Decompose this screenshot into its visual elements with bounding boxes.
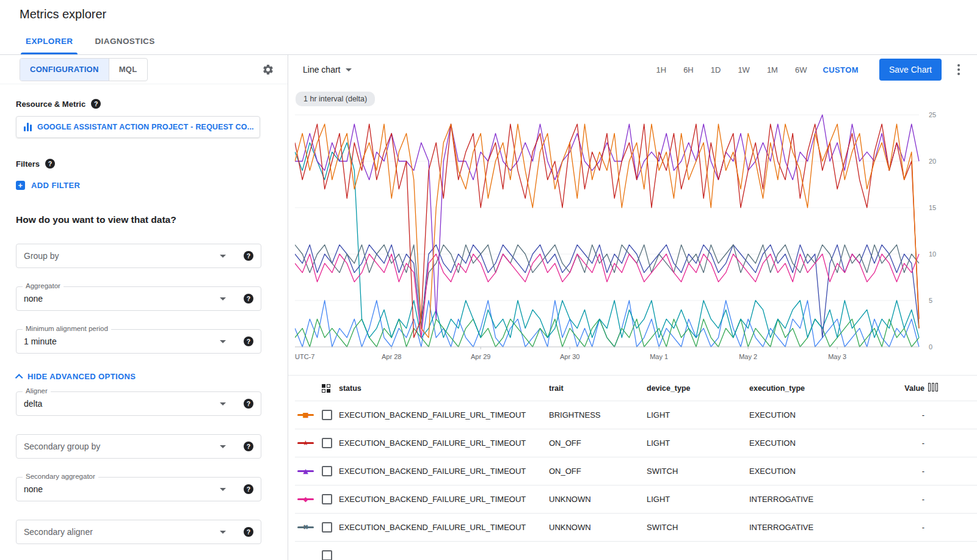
y-axis-label: 10 [929, 250, 936, 258]
dropdown-secondary-aggregator[interactable]: Secondary aggregatornone? [16, 477, 261, 501]
value-cell: - [899, 410, 928, 420]
chevron-up-icon [15, 374, 23, 382]
add-filter-button[interactable]: + ADD FILTER [16, 181, 272, 190]
help-icon[interactable]: ? [244, 294, 253, 304]
status-cell: EXECUTION_BACKEND_FAILURE_URL_TIMEOUT [339, 523, 549, 532]
time-range-1h[interactable]: 1H [656, 65, 667, 75]
chart-panel: Line chart 1H6H1D1W1M6W CUSTOM Save Char… [288, 55, 977, 560]
x-axis-label: May 1 [650, 353, 668, 360]
chevron-down-icon [220, 255, 226, 258]
chevron-down-icon [220, 402, 226, 405]
execution-type-cell: INTERROGATIVE [749, 523, 899, 532]
page-title: Metrics explorer [20, 7, 106, 21]
line-chart[interactable]: 0510152025UTC-7Apr 28Apr 29Apr 30May 1Ma… [295, 110, 977, 366]
column-settings-icon[interactable] [928, 383, 938, 391]
settings-gear-icon[interactable] [262, 64, 274, 76]
help-icon[interactable]: ? [244, 484, 253, 494]
chevron-down-icon [220, 531, 226, 534]
tab-diagnostics[interactable]: DIAGNOSTICS [84, 28, 165, 54]
table-row[interactable]: ■EXECUTION_BACKEND_FAILURE_URL_TIMEOUTBR… [295, 401, 977, 429]
table-row[interactable] [295, 542, 977, 560]
field-label: Aligner [23, 387, 51, 395]
dropdown-secondary-group-by[interactable]: Secondary group by? [16, 434, 261, 459]
trait-cell: ON_OFF [549, 467, 647, 476]
execution-type-cell: EXECUTION [749, 467, 899, 476]
series-marker-icon: ✖ [297, 523, 314, 532]
column-header-execution-type: execution_type [749, 384, 899, 393]
field-value: none [24, 294, 220, 304]
device-type-cell: SWITCH [647, 467, 749, 476]
x-axis-label: Apr 29 [471, 353, 490, 360]
y-axis-label: 15 [929, 204, 936, 211]
dropdown-aggregator[interactable]: Aggregatornone? [16, 286, 261, 311]
field-label: Secondary aggregator [23, 473, 98, 480]
chart-type-select[interactable]: Line chart [303, 65, 352, 75]
hide-advanced-options-button[interactable]: HIDE ADVANCED OPTIONS [16, 372, 272, 381]
row-checkbox[interactable] [322, 410, 332, 420]
execution-type-cell: EXECUTION [749, 438, 899, 448]
device-type-cell: LIGHT [647, 410, 749, 420]
time-range-1w[interactable]: 1W [738, 65, 750, 75]
trait-cell: UNKNOWN [549, 495, 647, 504]
table-row[interactable]: ◆EXECUTION_BACKEND_FAILURE_URL_TIMEOUTUN… [295, 485, 977, 514]
chevron-down-icon [220, 340, 226, 343]
table-row[interactable]: ✖EXECUTION_BACKEND_FAILURE_URL_TIMEOUTUN… [295, 514, 977, 542]
row-checkbox[interactable] [322, 522, 332, 533]
save-chart-button[interactable]: Save Chart [879, 59, 942, 81]
field-value: Secondary group by [24, 442, 220, 451]
field-label: Minimum alignment period [23, 325, 111, 332]
dropdown-group-by[interactable]: Group by? [16, 244, 261, 268]
series-marker-icon: ■ [297, 411, 314, 420]
row-checkbox[interactable] [322, 494, 332, 504]
time-range-6h[interactable]: 6H [683, 65, 694, 75]
plus-icon: + [16, 181, 25, 190]
legend-grid-icon[interactable] [322, 384, 330, 393]
trait-cell: UNKNOWN [549, 523, 647, 532]
resource-metric-selector[interactable]: GOOGLE ASSISTANT ACTION PROJECT - REQUES… [16, 116, 260, 138]
row-checkbox[interactable] [322, 466, 332, 476]
x-axis-label: May 3 [828, 353, 846, 360]
configuration-sidebar: CONFIGURATION MQL Resource & Metric ? GO… [0, 55, 288, 560]
dropdown-aligner[interactable]: Alignerdelta? [16, 391, 261, 416]
help-icon[interactable]: ? [244, 442, 253, 451]
field-value: none [24, 484, 220, 494]
tab-bar: EXPLORER DIAGNOSTICS [0, 28, 977, 55]
help-icon[interactable]: ? [244, 527, 253, 537]
dropdown-minimum-alignment-period[interactable]: Minimum alignment period1 minute? [16, 329, 261, 354]
bar-chart-icon [24, 123, 32, 131]
column-header-status: status [339, 384, 549, 393]
y-axis-label: 20 [929, 158, 936, 165]
column-header-value: Value [899, 384, 928, 393]
status-cell: EXECUTION_BACKEND_FAILURE_URL_TIMEOUT [339, 410, 549, 420]
configuration-mode-button[interactable]: CONFIGURATION [20, 59, 109, 81]
help-icon[interactable]: ? [45, 159, 55, 169]
chart-toolbar: Line chart 1H6H1D1W1M6W CUSTOM Save Char… [288, 55, 977, 84]
field-value: delta [24, 399, 220, 409]
help-icon[interactable]: ? [244, 336, 253, 346]
status-cell: EXECUTION_BACKEND_FAILURE_URL_TIMEOUT [339, 467, 549, 476]
tab-explorer[interactable]: EXPLORER [15, 28, 84, 54]
time-range-1m[interactable]: 1M [767, 65, 778, 75]
time-range-6w[interactable]: 6W [795, 65, 807, 75]
table-row[interactable]: ▲EXECUTION_BACKEND_FAILURE_URL_TIMEOUTON… [295, 457, 977, 485]
table-row[interactable]: ★EXECUTION_BACKEND_FAILURE_URL_TIMEOUTON… [295, 429, 977, 457]
field-label: Aggregator [23, 282, 64, 289]
value-cell: - [899, 495, 928, 504]
row-checkbox[interactable] [322, 438, 332, 448]
more-options-icon[interactable] [954, 60, 964, 79]
dropdown-secondary-aligner[interactable]: Secondary aligner? [16, 520, 261, 544]
custom-time-range-button[interactable]: CUSTOM [823, 65, 859, 75]
time-range-1d[interactable]: 1D [711, 65, 721, 75]
page-header: Metrics explorer [0, 0, 977, 28]
help-icon[interactable]: ? [91, 99, 101, 109]
y-axis-label: 25 [929, 111, 936, 118]
series-table: status trait device_type execution_type … [288, 375, 977, 560]
mql-mode-button[interactable]: MQL [109, 59, 147, 81]
x-axis-label: May 2 [739, 353, 757, 360]
advanced-fields: Alignerdelta?Secondary group by?Secondar… [16, 391, 272, 544]
help-icon[interactable]: ? [244, 251, 253, 261]
table-body: ■EXECUTION_BACKEND_FAILURE_URL_TIMEOUTBR… [295, 401, 977, 560]
row-checkbox[interactable] [322, 550, 332, 560]
help-icon[interactable]: ? [244, 399, 253, 409]
field-value: Secondary aligner [24, 527, 220, 537]
